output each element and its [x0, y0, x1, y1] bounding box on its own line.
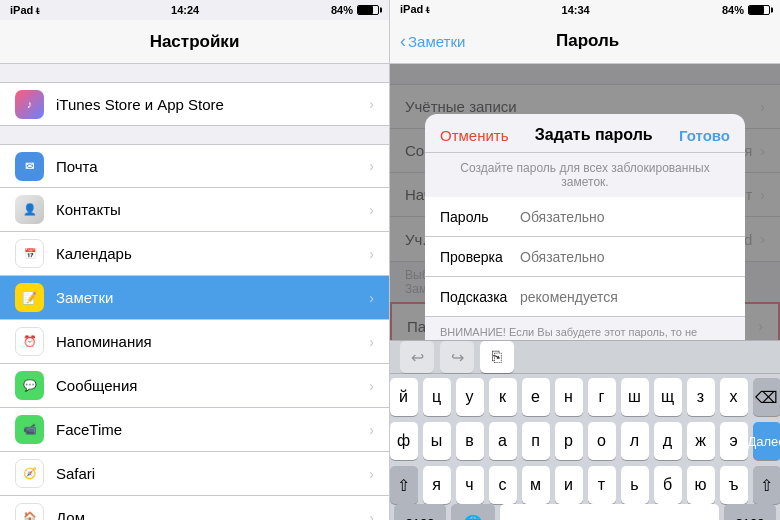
facetime-chevron: ›	[369, 422, 374, 438]
left-nav-bar: Настройки	[0, 20, 389, 64]
right-nav-row: ‹ Заметки Пароль	[390, 20, 780, 63]
space-key[interactable]	[500, 504, 719, 520]
left-device-label: iPad ᵵ	[10, 4, 39, 17]
sidebar-item-contacts[interactable]: 👤 Контакты ›	[0, 188, 389, 232]
key-ь[interactable]: ь	[621, 466, 649, 504]
sidebar-item-calendar[interactable]: 📅 Календарь ›	[0, 232, 389, 276]
sidebar-item-home[interactable]: 🏠 Дом ›	[0, 496, 389, 520]
key-м[interactable]: м	[522, 466, 550, 504]
password-input[interactable]	[520, 209, 730, 225]
key-с[interactable]: с	[489, 466, 517, 504]
hint-field-row: Подсказка	[425, 277, 745, 317]
sidebar-item-mail[interactable]: ✉ Почта ›	[0, 144, 389, 188]
return-key[interactable]: Далее	[753, 422, 781, 460]
left-time-label: 14:24	[171, 4, 199, 16]
home-chevron: ›	[369, 510, 374, 521]
left-nav-title: Настройки	[150, 32, 240, 52]
mail-chevron: ›	[369, 158, 374, 174]
verify-input[interactable]	[520, 249, 730, 265]
paste-button[interactable]: ⎘	[480, 341, 514, 373]
messages-icon: 💬	[15, 371, 44, 400]
modal-cancel-button[interactable]: Отменить	[440, 127, 509, 144]
home-icon: 🏠	[15, 503, 44, 520]
key-ъ[interactable]: ъ	[720, 466, 748, 504]
key-б[interactable]: б	[654, 466, 682, 504]
sidebar-item-facetime[interactable]: 📹 FaceTime ›	[0, 408, 389, 452]
num-key-left[interactable]: ?123	[394, 504, 446, 520]
left-settings-list[interactable]: ♪ iTunes Store и App Store › ✉ Почта › 👤…	[0, 64, 389, 520]
right-battery: 84%	[722, 4, 770, 16]
contacts-icon: 👤	[15, 195, 44, 224]
modal-warning-text: ВНИМАНИЕ! Если Вы забудете этот пароль, …	[425, 317, 745, 340]
right-device-label: iPad ᵵ	[400, 3, 429, 16]
undo-button[interactable]: ↩	[400, 341, 434, 373]
hint-input[interactable]	[520, 289, 730, 305]
key-и[interactable]: и	[555, 466, 583, 504]
key-р[interactable]: р	[555, 422, 583, 460]
sidebar-item-notes[interactable]: 📝 Заметки ›	[0, 276, 389, 320]
left-battery-pct: 84%	[331, 4, 353, 16]
key-е[interactable]: е	[522, 378, 550, 416]
sidebar-item-safari[interactable]: 🧭 Safari ›	[0, 452, 389, 496]
keyboard-toolbar: ↩ ↪ ⎘	[390, 341, 780, 374]
left-battery-icon	[357, 5, 379, 15]
verify-field-label: Проверка	[440, 249, 520, 265]
key-в[interactable]: в	[456, 422, 484, 460]
keyboard-area: ↩ ↪ ⎘ й ц у к е н г ш щ з х ⌫ ф	[390, 340, 780, 520]
itunes-label: iTunes Store и App Store	[56, 96, 369, 113]
notes-chevron: ›	[369, 290, 374, 306]
modal-header: Отменить Задать пароль Готово	[425, 114, 745, 153]
back-button[interactable]: ‹ Заметки	[400, 31, 465, 52]
keyboard-bottom-row: ?123 🌐 ?123	[390, 504, 780, 520]
reminders-label: Напоминания	[56, 333, 369, 350]
right-settings-panel: iPad ᵵ 14:34 84% ‹ Заметки Пароль Учётны…	[390, 0, 780, 520]
key-х[interactable]: х	[720, 378, 748, 416]
modal-overlay[interactable]: Отменить Задать пароль Готово Создайте п…	[390, 64, 780, 340]
backspace-key[interactable]: ⌫	[753, 378, 781, 416]
modal-title: Задать пароль	[535, 126, 653, 144]
safari-icon: 🧭	[15, 459, 44, 488]
key-ж[interactable]: ж	[687, 422, 715, 460]
key-й[interactable]: й	[390, 378, 418, 416]
key-ш[interactable]: ш	[621, 378, 649, 416]
keyboard-row-2: ф ы в а п р о л д ж э Далее	[394, 422, 776, 460]
key-у[interactable]: у	[456, 378, 484, 416]
key-г[interactable]: г	[588, 378, 616, 416]
calendar-label: Календарь	[56, 245, 369, 262]
key-о[interactable]: о	[588, 422, 616, 460]
key-э[interactable]: э	[720, 422, 748, 460]
home-label: Дом	[56, 509, 369, 520]
modal-done-button[interactable]: Готово	[679, 127, 730, 144]
key-т[interactable]: т	[588, 466, 616, 504]
key-я[interactable]: я	[423, 466, 451, 504]
sidebar-item-reminders[interactable]: ⏰ Напоминания ›	[0, 320, 389, 364]
key-п[interactable]: п	[522, 422, 550, 460]
redo-button[interactable]: ↪	[440, 341, 474, 373]
key-к[interactable]: к	[489, 378, 517, 416]
key-ы[interactable]: ы	[423, 422, 451, 460]
mail-icon: ✉	[15, 152, 44, 181]
key-з[interactable]: з	[687, 378, 715, 416]
right-battery-icon	[748, 5, 770, 15]
key-ц[interactable]: ц	[423, 378, 451, 416]
right-shift-key[interactable]: ⇧	[753, 466, 781, 504]
key-ч[interactable]: ч	[456, 466, 484, 504]
key-н[interactable]: н	[555, 378, 583, 416]
sidebar-item-messages[interactable]: 💬 Сообщения ›	[0, 364, 389, 408]
calendar-icon: 📅	[15, 239, 44, 268]
set-password-modal: Отменить Задать пароль Готово Создайте п…	[425, 114, 745, 340]
right-time-label: 14:34	[562, 4, 590, 16]
key-щ[interactable]: щ	[654, 378, 682, 416]
hint-field-label: Подсказка	[440, 289, 520, 305]
key-д[interactable]: д	[654, 422, 682, 460]
left-shift-key[interactable]: ⇧	[390, 466, 418, 504]
sidebar-item-itunes[interactable]: ♪ iTunes Store и App Store ›	[0, 82, 389, 126]
globe-key[interactable]: 🌐	[451, 504, 495, 520]
key-ф[interactable]: ф	[390, 422, 418, 460]
reminders-chevron: ›	[369, 334, 374, 350]
key-л[interactable]: л	[621, 422, 649, 460]
back-label: Заметки	[408, 33, 465, 50]
key-а[interactable]: а	[489, 422, 517, 460]
key-ю[interactable]: ю	[687, 466, 715, 504]
num-key-right[interactable]: ?123	[724, 504, 776, 520]
